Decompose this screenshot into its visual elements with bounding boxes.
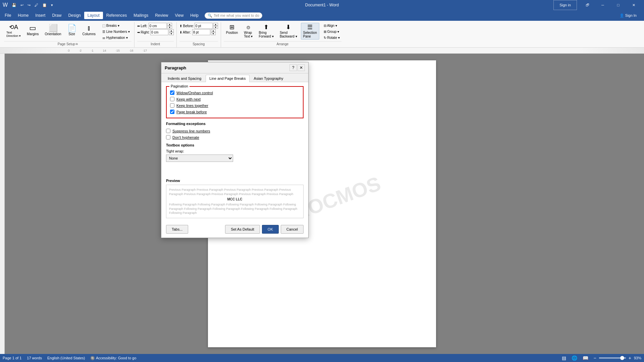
hyphenation-btn[interactable]: ⚌ Hyphenation ▾	[101, 35, 131, 41]
keep-with-next-checkbox[interactable]	[170, 97, 174, 101]
draw-qat-btn[interactable]: 🖊	[33, 2, 40, 8]
minimize-btn[interactable]: ─	[595, 0, 610, 10]
indent-right-down-btn[interactable]: ▼	[169, 32, 174, 35]
page-setup-small-btns: ⬚ Breaks ▾ ☰ Line Numbers ▾ ⚌ Hyphenatio…	[101, 23, 131, 41]
customize-qat-btn[interactable]: ▾	[50, 2, 54, 8]
menu-view[interactable]: View	[172, 12, 187, 19]
menu-home[interactable]: Home	[14, 12, 32, 19]
margins-btn[interactable]: ▭ Margins	[24, 23, 41, 37]
keep-lines-checkbox[interactable]	[170, 103, 174, 108]
menu-references[interactable]: References	[103, 12, 130, 19]
columns-btn[interactable]: ⫾ Columns	[80, 23, 98, 37]
columns-label: Columns	[83, 32, 96, 36]
rotate-btn[interactable]: ↻ Rotate ▾	[322, 35, 341, 41]
spacing-after-up-btn[interactable]: ▲	[211, 29, 216, 32]
dialog-close-btn[interactable]: ✕	[298, 64, 305, 71]
spacing-before-up-btn[interactable]: ▲	[213, 23, 218, 26]
page-setup-label[interactable]: Page Setup ⧉	[4, 41, 131, 47]
dialog-help-btn[interactable]: ?	[289, 64, 297, 71]
page-setup-buttons: ⟲A TextDirection ▾ ▭ Margins ⬜ Orientati…	[4, 23, 131, 41]
close-btn[interactable]: ✕	[626, 0, 641, 10]
indent-right-up-btn[interactable]: ▲	[169, 29, 174, 32]
menu-bar: File Home Insert Draw Design Layout Refe…	[0, 10, 644, 21]
spacing-before-input[interactable]	[195, 23, 213, 29]
save-qat-btn[interactable]: 💾	[10, 2, 18, 8]
page-break-checkbox[interactable]	[170, 110, 174, 114]
spacing-after-row: ⬇ After: ▲ ▼	[179, 29, 218, 35]
suppress-line-checkbox[interactable]	[166, 129, 170, 133]
widow-orphan-checkbox[interactable]	[170, 90, 174, 95]
send-backward-icon: ⬇	[286, 24, 291, 31]
spacing-before-down-btn[interactable]: ▼	[213, 26, 218, 29]
indent-left-down-btn[interactable]: ▼	[167, 26, 172, 29]
redo-qat-btn[interactable]: ↪	[26, 2, 32, 8]
restore-window-btn[interactable]: 🗗	[580, 0, 595, 10]
menu-layout[interactable]: Layout	[84, 12, 103, 19]
ruler-mark: ·15	[116, 49, 120, 52]
sign-in-btn[interactable]: Sign in	[553, 0, 577, 10]
ruler-mark: ·3	[67, 49, 70, 52]
ruler-mark: ·1	[91, 49, 94, 52]
suppress-line-label[interactable]: Suppress line numbers	[172, 129, 210, 133]
page-break-label[interactable]: Page break before	[176, 110, 207, 114]
dialog-controls: ? ✕	[289, 64, 305, 71]
spacing-after-input[interactable]	[192, 29, 210, 35]
undo-qat-btn[interactable]: ↩	[19, 2, 25, 8]
keep-lines-label[interactable]: Keep lines together	[176, 104, 208, 108]
margins-label: Margins	[27, 32, 39, 36]
tight-wrap-row: Tight wrap:	[166, 149, 304, 153]
indent-left-spinners: ▲ ▼	[167, 23, 172, 29]
tab-asian-typography[interactable]: Asian Typography	[250, 75, 287, 82]
size-btn[interactable]: 📄 Size	[65, 23, 79, 37]
menu-insert[interactable]: Insert	[32, 12, 49, 19]
preview-title: Preview	[166, 179, 304, 183]
indent-left-input[interactable]	[149, 23, 167, 29]
spacing-after-down-btn[interactable]: ▼	[211, 32, 216, 35]
keep-with-next-label[interactable]: Keep with next	[176, 97, 201, 101]
indent-controls: ⬅ Left: ▲ ▼ ➡ Right: ▲ ▼	[137, 23, 174, 41]
bring-forward-btn[interactable]: ⬆ BringForward ▾	[256, 23, 276, 40]
sign-in-ribbon-btn[interactable]: 👤 Sign In	[616, 12, 640, 19]
set-default-btn[interactable]: Set As Default	[225, 225, 260, 234]
tab-line-page-breaks[interactable]: Line and Page Breaks	[206, 75, 249, 82]
text-direction-btn[interactable]: ⟲A TextDirection ▾	[4, 23, 23, 39]
line-numbers-btn[interactable]: ☰ Line Numbers ▾	[101, 29, 131, 35]
ok-btn[interactable]: OK	[262, 225, 279, 234]
paragraph-dialog[interactable]: Paragraph ? ✕ Indents and Spacing Line a…	[161, 62, 309, 238]
menu-help[interactable]: Help	[187, 12, 202, 19]
menu-review[interactable]: Review	[152, 12, 171, 19]
indent-left-up-btn[interactable]: ▲	[167, 23, 172, 26]
wrap-text-btn[interactable]: ⌾ WrapText ▾	[241, 23, 255, 40]
tell-me-search[interactable]: 🔍 Tell me what you want to do	[205, 12, 262, 19]
group-btn[interactable]: ⊞ Group ▾	[322, 29, 341, 35]
clipboard-qat-btn[interactable]: 📋	[41, 2, 48, 8]
spacing-controls: ⬆ Before: ▲ ▼ ⬇ After: ▲ ▼	[179, 23, 218, 41]
indent-right-input[interactable]	[150, 29, 168, 35]
tabs-btn[interactable]: Tabs...	[166, 225, 188, 234]
dont-hyphenate-checkbox[interactable]	[166, 135, 170, 139]
indent-right-label: ➡ Right:	[137, 31, 150, 34]
menu-draw[interactable]: Draw	[49, 12, 65, 19]
send-backward-btn[interactable]: ⬇ SendBackward ▾	[277, 23, 300, 40]
widow-orphan-label[interactable]: Widow/Orphan control	[176, 91, 213, 95]
menu-file[interactable]: File	[1, 12, 14, 19]
align-btn[interactable]: ⊟ Align ▾	[322, 23, 341, 28]
indent-left-row: ⬅ Left: ▲ ▼	[137, 23, 174, 29]
position-btn[interactable]: ⊞ Position	[224, 23, 240, 36]
selection-pane-btn[interactable]: ☰ SelectionPane	[301, 23, 319, 40]
size-icon: 📄	[67, 24, 76, 32]
quick-access-toolbar: W 💾 ↩ ↪ 🖊 📋 ▾	[3, 2, 54, 8]
ribbon-group-page-setup: ⟲A TextDirection ▾ ▭ Margins ⬜ Orientati…	[1, 22, 135, 47]
menu-design[interactable]: Design	[65, 12, 84, 19]
maximize-btn[interactable]: □	[610, 0, 626, 10]
orientation-icon: ⬜	[49, 24, 58, 32]
dont-hyphenate-label[interactable]: Don't hyphenate	[172, 135, 199, 139]
orientation-btn[interactable]: ⬜ Orientation	[43, 23, 64, 37]
indent-right-spinners: ▲ ▼	[169, 29, 174, 35]
cancel-btn[interactable]: Cancel	[281, 225, 304, 234]
menu-mailings[interactable]: Mailings	[130, 12, 152, 19]
dialog-action-buttons: Set As Default OK Cancel	[225, 225, 304, 234]
tab-indents-spacing[interactable]: Indents and Spacing	[164, 75, 205, 82]
breaks-btn[interactable]: ⬚ Breaks ▾	[101, 23, 131, 28]
tight-wrap-select[interactable]: None All First and last paragraphs First…	[166, 155, 233, 162]
